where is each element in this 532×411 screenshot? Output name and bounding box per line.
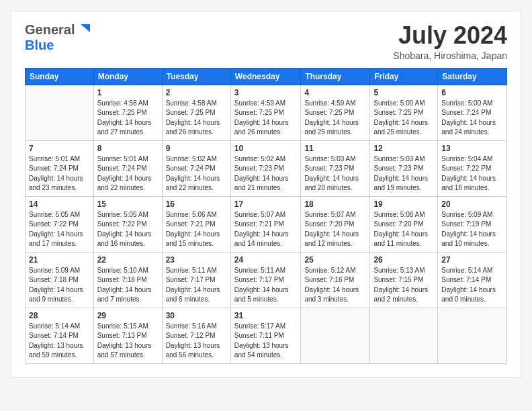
calendar-day-cell: 20Sunrise: 5:09 AM Sunset: 7:19 PM Dayli…: [438, 196, 507, 252]
calendar-day-cell: 16Sunrise: 5:06 AM Sunset: 7:21 PM Dayli…: [162, 196, 230, 252]
calendar-week-row: 1Sunrise: 4:58 AM Sunset: 7:25 PM Daylig…: [26, 85, 507, 140]
day-number: 25: [304, 255, 366, 265]
day-info: Sunrise: 5:01 AM Sunset: 7:24 PM Dayligh…: [97, 154, 159, 193]
weekday-header-cell: Monday: [93, 68, 162, 85]
day-number: 17: [234, 199, 298, 209]
day-info: Sunrise: 5:07 AM Sunset: 7:20 PM Dayligh…: [304, 210, 366, 249]
calendar-day-cell: 22Sunrise: 5:10 AM Sunset: 7:18 PM Dayli…: [93, 252, 162, 308]
day-info: Sunrise: 5:02 AM Sunset: 7:23 PM Dayligh…: [234, 154, 298, 193]
day-info: Sunrise: 5:14 AM Sunset: 7:14 PM Dayligh…: [441, 266, 503, 305]
calendar-day-cell: 9Sunrise: 5:02 AM Sunset: 7:24 PM Daylig…: [162, 140, 230, 196]
day-number: 19: [373, 199, 434, 209]
calendar-day-cell: 29Sunrise: 5:15 AM Sunset: 7:13 PM Dayli…: [93, 308, 162, 363]
day-number: 1: [97, 88, 159, 97]
day-number: 15: [97, 199, 159, 209]
svg-marker-0: [81, 24, 90, 32]
day-info: Sunrise: 5:11 AM Sunset: 7:17 PM Dayligh…: [166, 266, 227, 305]
title-block: July 2024 Shobara, Hiroshima, Japan: [393, 22, 507, 61]
day-info: Sunrise: 5:10 AM Sunset: 7:18 PM Dayligh…: [97, 266, 159, 305]
day-info: Sunrise: 4:58 AM Sunset: 7:25 PM Dayligh…: [166, 99, 227, 138]
calendar-day-cell: 7Sunrise: 5:01 AM Sunset: 7:24 PM Daylig…: [26, 140, 94, 196]
calendar-day-cell: 17Sunrise: 5:07 AM Sunset: 7:21 PM Dayli…: [230, 196, 301, 252]
day-info: Sunrise: 5:17 AM Sunset: 7:11 PM Dayligh…: [234, 322, 298, 361]
calendar-table: SundayMondayTuesdayWednesdayThursdayFrid…: [25, 68, 507, 364]
day-number: 10: [234, 144, 298, 153]
day-info: Sunrise: 4:59 AM Sunset: 7:25 PM Dayligh…: [304, 99, 366, 138]
day-number: 13: [441, 144, 503, 153]
day-number: 31: [234, 311, 298, 320]
day-number: 18: [304, 199, 366, 209]
day-number: 23: [166, 255, 227, 265]
calendar-day-cell: 12Sunrise: 5:03 AM Sunset: 7:23 PM Dayli…: [370, 140, 438, 196]
day-number: 16: [166, 199, 227, 209]
day-info: Sunrise: 5:03 AM Sunset: 7:23 PM Dayligh…: [304, 154, 366, 193]
day-info: Sunrise: 5:00 AM Sunset: 7:25 PM Dayligh…: [373, 99, 434, 138]
day-number: 8: [97, 144, 159, 153]
calendar-week-row: 28Sunrise: 5:14 AM Sunset: 7:14 PM Dayli…: [26, 308, 507, 363]
calendar-day-cell: 21Sunrise: 5:09 AM Sunset: 7:18 PM Dayli…: [26, 252, 94, 308]
day-info: Sunrise: 5:09 AM Sunset: 7:19 PM Dayligh…: [441, 210, 503, 249]
day-number: 30: [166, 311, 227, 320]
day-number: 28: [29, 311, 90, 320]
calendar-day-cell: 18Sunrise: 5:07 AM Sunset: 7:20 PM Dayli…: [301, 196, 370, 252]
day-info: Sunrise: 5:14 AM Sunset: 7:14 PM Dayligh…: [29, 322, 90, 361]
calendar-day-cell: 14Sunrise: 5:05 AM Sunset: 7:22 PM Dayli…: [26, 196, 94, 252]
day-info: Sunrise: 5:02 AM Sunset: 7:24 PM Dayligh…: [166, 154, 227, 193]
calendar-body: 1Sunrise: 4:58 AM Sunset: 7:25 PM Daylig…: [26, 85, 507, 363]
calendar-day-cell: 5Sunrise: 5:00 AM Sunset: 7:25 PM Daylig…: [370, 85, 438, 140]
weekday-header-cell: Saturday: [438, 68, 507, 85]
day-number: 2: [166, 88, 227, 97]
day-info: Sunrise: 5:06 AM Sunset: 7:21 PM Dayligh…: [166, 210, 227, 249]
day-info: Sunrise: 5:01 AM Sunset: 7:24 PM Dayligh…: [29, 154, 90, 193]
calendar-day-cell: 24Sunrise: 5:11 AM Sunset: 7:17 PM Dayli…: [230, 252, 301, 308]
calendar-day-cell: 4Sunrise: 4:59 AM Sunset: 7:25 PM Daylig…: [301, 85, 370, 140]
page-container: General Blue July 2024 Shobara, Hiroshim…: [11, 11, 521, 378]
calendar-day-cell: 2Sunrise: 4:58 AM Sunset: 7:25 PM Daylig…: [162, 85, 230, 140]
logo-icon: [75, 21, 90, 36]
day-info: Sunrise: 5:15 AM Sunset: 7:13 PM Dayligh…: [97, 322, 159, 361]
day-number: 4: [304, 88, 366, 97]
calendar-week-row: 14Sunrise: 5:05 AM Sunset: 7:22 PM Dayli…: [26, 196, 507, 252]
day-number: 11: [304, 144, 366, 153]
logo: General Blue: [25, 22, 90, 53]
day-number: 14: [29, 199, 90, 209]
calendar-day-cell: 3Sunrise: 4:59 AM Sunset: 7:25 PM Daylig…: [230, 85, 301, 140]
location: Shobara, Hiroshima, Japan: [393, 50, 507, 61]
calendar-day-cell: 15Sunrise: 5:05 AM Sunset: 7:22 PM Dayli…: [93, 196, 162, 252]
calendar-day-cell: 31Sunrise: 5:17 AM Sunset: 7:11 PM Dayli…: [230, 308, 301, 363]
weekday-header-cell: Wednesday: [230, 68, 301, 85]
day-number: 27: [441, 255, 503, 265]
day-info: Sunrise: 5:00 AM Sunset: 7:24 PM Dayligh…: [441, 99, 503, 138]
calendar-day-cell: 10Sunrise: 5:02 AM Sunset: 7:23 PM Dayli…: [230, 140, 301, 196]
calendar-day-cell: [301, 308, 370, 363]
calendar-day-cell: [370, 308, 438, 363]
calendar-day-cell: 23Sunrise: 5:11 AM Sunset: 7:17 PM Dayli…: [162, 252, 230, 308]
day-info: Sunrise: 4:58 AM Sunset: 7:25 PM Dayligh…: [97, 99, 159, 138]
day-number: 6: [441, 88, 503, 97]
weekday-header-cell: Sunday: [26, 68, 94, 85]
day-number: 3: [234, 88, 298, 97]
day-number: 9: [166, 144, 227, 153]
month-year: July 2024: [393, 22, 507, 49]
calendar-day-cell: 13Sunrise: 5:04 AM Sunset: 7:22 PM Dayli…: [438, 140, 507, 196]
logo-blue-text: Blue: [25, 38, 54, 52]
calendar-day-cell: 27Sunrise: 5:14 AM Sunset: 7:14 PM Dayli…: [438, 252, 507, 308]
day-info: Sunrise: 5:05 AM Sunset: 7:22 PM Dayligh…: [97, 210, 159, 249]
day-info: Sunrise: 5:03 AM Sunset: 7:23 PM Dayligh…: [373, 154, 434, 193]
weekday-header-cell: Thursday: [301, 68, 370, 85]
day-info: Sunrise: 5:11 AM Sunset: 7:17 PM Dayligh…: [234, 266, 298, 305]
day-number: 21: [29, 255, 90, 265]
day-number: 26: [373, 255, 434, 265]
day-info: Sunrise: 5:04 AM Sunset: 7:22 PM Dayligh…: [441, 154, 503, 193]
calendar-week-row: 7Sunrise: 5:01 AM Sunset: 7:24 PM Daylig…: [26, 140, 507, 196]
calendar-day-cell: 1Sunrise: 4:58 AM Sunset: 7:25 PM Daylig…: [93, 85, 162, 140]
calendar-day-cell: [438, 308, 507, 363]
weekday-header-cell: Friday: [370, 68, 438, 85]
logo-general-text: General: [25, 22, 75, 38]
day-number: 29: [97, 311, 159, 320]
day-number: 5: [373, 88, 434, 97]
calendar-day-cell: 19Sunrise: 5:08 AM Sunset: 7:20 PM Dayli…: [370, 196, 438, 252]
calendar-day-cell: [26, 85, 94, 140]
day-number: 22: [97, 255, 159, 265]
day-info: Sunrise: 5:12 AM Sunset: 7:16 PM Dayligh…: [304, 266, 366, 305]
